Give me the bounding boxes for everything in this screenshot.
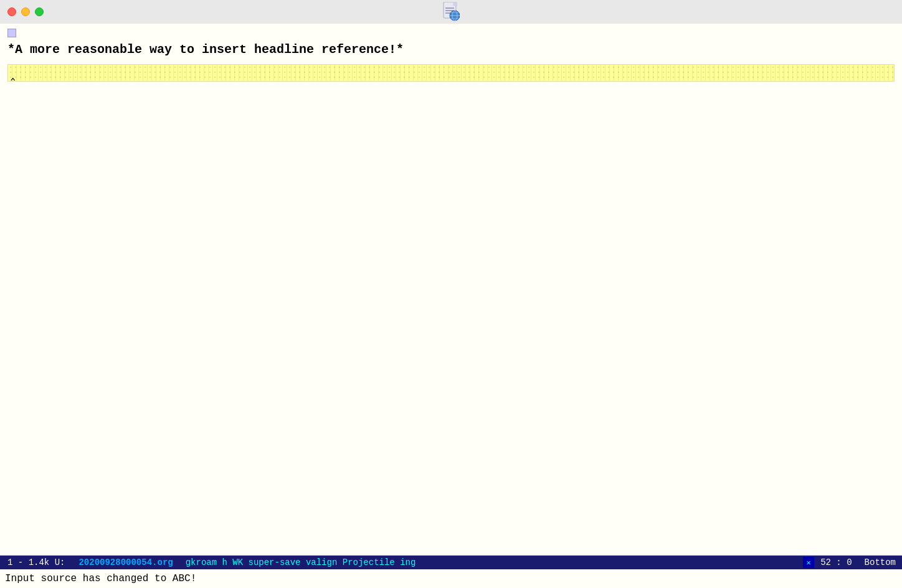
minimize-button[interactable]	[21, 7, 30, 16]
file-icon	[442, 2, 460, 22]
close-button[interactable]	[7, 7, 16, 16]
selection-indicator	[7, 29, 16, 37]
minibuffer: Input source has changed to ABC!	[0, 569, 902, 588]
headline-text: *A more reasonable way to insert headlin…	[7, 42, 895, 57]
title-icon-area	[442, 2, 460, 22]
minibuffer-message: Input source has changed to ABC!	[5, 573, 196, 584]
text-cursor-icon: ‸	[11, 66, 15, 80]
titlebar	[0, 0, 902, 24]
status-x-button[interactable]: ✕	[803, 557, 814, 568]
status-modes: gkroam h WK super-save valign Projectile…	[179, 556, 803, 569]
editor-area[interactable]: *A more reasonable way to insert headlin…	[0, 24, 902, 537]
statusbar: 1 - 1.4k U: 20200928000054.org gkroam h …	[0, 556, 902, 569]
maximize-button[interactable]	[35, 7, 44, 16]
status-line-number: 1 - 1.4k U:	[0, 556, 72, 569]
status-filename: 20200928000054.org	[72, 556, 179, 569]
status-position: 52 : 0	[814, 556, 858, 569]
status-location: Bottom	[858, 556, 902, 569]
traffic-lights	[7, 7, 44, 16]
svg-rect-2	[453, 2, 457, 6]
cursor-line[interactable]: ‸	[7, 64, 895, 82]
